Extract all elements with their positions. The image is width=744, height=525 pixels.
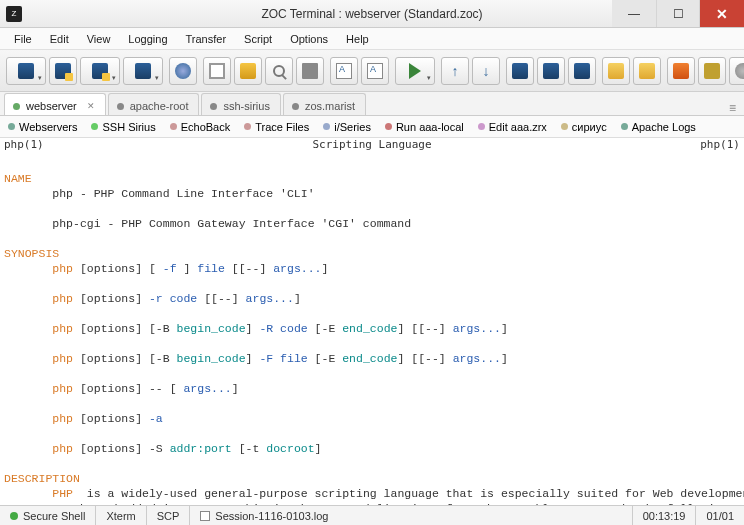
bm-webservers[interactable]: Webservers xyxy=(8,121,77,133)
tabs-menu-icon[interactable]: ≡ xyxy=(721,101,744,115)
tb-run-script[interactable] xyxy=(395,57,435,85)
dot-icon xyxy=(478,123,485,130)
menu-script[interactable]: Script xyxy=(236,31,280,47)
checkbox-icon[interactable] xyxy=(200,511,210,521)
tab-label: webserver xyxy=(26,100,77,112)
status-dot-icon xyxy=(292,103,299,110)
tb-font-b[interactable] xyxy=(361,57,389,85)
tb-print[interactable] xyxy=(296,57,324,85)
status-proto: SCP xyxy=(147,506,191,525)
bm-sirius-ru[interactable]: сириус xyxy=(561,121,607,133)
menu-options[interactable]: Options xyxy=(282,31,336,47)
dot-icon xyxy=(170,123,177,130)
bm-label: сириус xyxy=(572,121,607,133)
title-bar: Z ZOC Terminal : webserver (Standard.zoc… xyxy=(0,0,744,28)
tb-find[interactable] xyxy=(265,57,293,85)
bm-ssh-sirius[interactable]: SSH Sirius xyxy=(91,121,155,133)
tab-label: ssh-sirius xyxy=(223,100,269,112)
bm-iseries[interactable]: i/Series xyxy=(323,121,371,133)
menu-view[interactable]: View xyxy=(79,31,119,47)
status-term: Xterm xyxy=(96,506,146,525)
tb-lock[interactable] xyxy=(698,57,726,85)
menu-help[interactable]: Help xyxy=(338,31,377,47)
status-time: 00:13:19 xyxy=(633,506,697,525)
close-button[interactable]: ✕ xyxy=(700,0,744,27)
status-bar: Secure Shell Xterm SCP Session-1116-0103… xyxy=(0,505,744,525)
dot-icon xyxy=(244,123,251,130)
hdr-right: php(1) xyxy=(700,138,740,154)
toolbar: ↑ ↓ xyxy=(0,50,744,92)
tb-hosts[interactable] xyxy=(80,57,120,85)
tb-upload[interactable]: ↑ xyxy=(441,57,469,85)
bm-label: Trace Files xyxy=(255,121,309,133)
dot-icon xyxy=(91,123,98,130)
bm-label: Apache Logs xyxy=(632,121,696,133)
tb-download[interactable]: ↓ xyxy=(472,57,500,85)
tb-cert[interactable] xyxy=(667,57,695,85)
maximize-button[interactable]: ☐ xyxy=(656,0,700,27)
window-buttons: — ☐ ✕ xyxy=(612,0,744,27)
bookmarks-bar: Webservers SSH Sirius EchoBack Trace Fil… xyxy=(0,116,744,138)
bm-label: SSH Sirius xyxy=(102,121,155,133)
tab-zos-marist[interactable]: zos.marist xyxy=(283,93,366,115)
menu-transfer[interactable]: Transfer xyxy=(178,31,235,47)
tab-ssh-sirius[interactable]: ssh-sirius xyxy=(201,93,280,115)
tab-close-icon[interactable]: ✕ xyxy=(87,101,95,111)
bm-echoback[interactable]: EchoBack xyxy=(170,121,231,133)
terminal-output[interactable]: NAME php - PHP Command Line Interface 'C… xyxy=(0,154,744,505)
dot-icon xyxy=(385,123,392,130)
status-dot-icon xyxy=(210,103,217,110)
tb-folder-y[interactable] xyxy=(633,57,661,85)
terminal-header: php(1) Scripting Language php(1) xyxy=(0,138,744,154)
app-icon: Z xyxy=(6,6,22,22)
status-dot-icon xyxy=(10,512,18,520)
tb-quick-connect[interactable] xyxy=(49,57,77,85)
tb-save[interactable] xyxy=(169,57,197,85)
menu-logging[interactable]: Logging xyxy=(120,31,175,47)
bm-label: Run aaa-local xyxy=(396,121,464,133)
bm-label: Webservers xyxy=(19,121,77,133)
status-dot-icon xyxy=(117,103,124,110)
tb-folder-open[interactable] xyxy=(602,57,630,85)
tb-profiles[interactable] xyxy=(123,57,163,85)
menu-bar: File Edit View Logging Transfer Script O… xyxy=(0,28,744,50)
tab-webserver[interactable]: webserver✕ xyxy=(4,93,106,115)
tb-folder-2[interactable] xyxy=(537,57,565,85)
tb-folder-3[interactable] xyxy=(568,57,596,85)
bm-trace-files[interactable]: Trace Files xyxy=(244,121,309,133)
dot-icon xyxy=(621,123,628,130)
tab-label: zos.marist xyxy=(305,100,355,112)
status-session: Session-1116-0103.log xyxy=(190,506,632,525)
dot-icon xyxy=(8,123,15,130)
tb-settings[interactable] xyxy=(729,57,744,85)
menu-file[interactable]: File xyxy=(6,31,40,47)
tb-font-a[interactable] xyxy=(330,57,358,85)
tb-connect[interactable] xyxy=(6,57,46,85)
hdr-center: Scripting Language xyxy=(44,138,701,154)
tb-folder-1[interactable] xyxy=(506,57,534,85)
bm-label: i/Series xyxy=(334,121,371,133)
menu-edit[interactable]: Edit xyxy=(42,31,77,47)
tb-paste[interactable] xyxy=(234,57,262,85)
dot-icon xyxy=(323,123,330,130)
bm-run-aaa[interactable]: Run aaa-local xyxy=(385,121,464,133)
bm-label: EchoBack xyxy=(181,121,231,133)
bm-label: Edit aaa.zrx xyxy=(489,121,547,133)
minimize-button[interactable]: — xyxy=(612,0,656,27)
window-title: ZOC Terminal : webserver (Standard.zoc) xyxy=(261,7,482,21)
dot-icon xyxy=(561,123,568,130)
session-tabs: webserver✕ apache-root ssh-sirius zos.ma… xyxy=(0,92,744,116)
bm-apache-logs[interactable]: Apache Logs xyxy=(621,121,696,133)
tb-copy[interactable] xyxy=(203,57,231,85)
status-shell: Secure Shell xyxy=(0,506,96,525)
tab-apache-root[interactable]: apache-root xyxy=(108,93,200,115)
status-dot-icon xyxy=(13,103,20,110)
tab-label: apache-root xyxy=(130,100,189,112)
bm-edit-aaa[interactable]: Edit aaa.zrx xyxy=(478,121,547,133)
hdr-left: php(1) xyxy=(4,138,44,154)
status-pos: 01/01 xyxy=(696,506,744,525)
